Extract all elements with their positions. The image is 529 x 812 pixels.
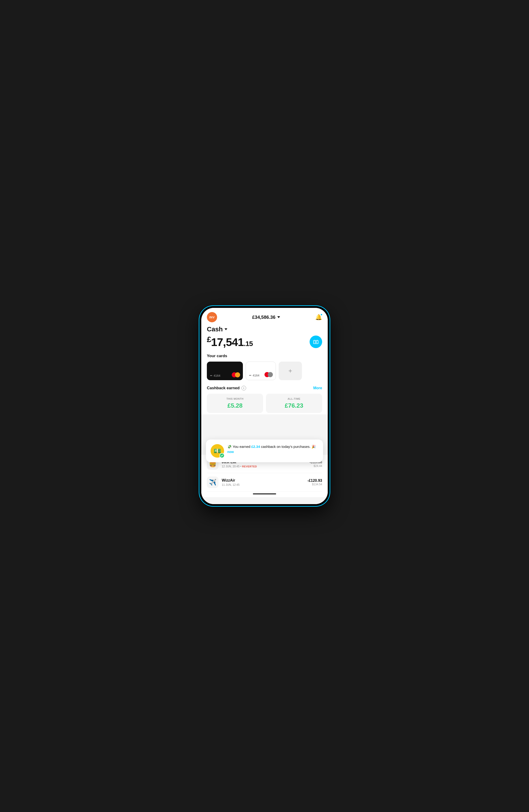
notification-icon-wrapper: 💵: [210, 444, 224, 458]
just-eat-secondary: $24.44: [310, 464, 322, 468]
cashback-title-group: Cashback earned i: [207, 386, 246, 390]
add-card-button[interactable]: +: [279, 362, 302, 380]
add-money-icon: [313, 338, 319, 345]
avatar[interactable]: INV: [207, 312, 217, 322]
this-month-amount: £5.28: [210, 402, 260, 409]
all-time-amount: £76.23: [269, 402, 319, 409]
cashback-more-link[interactable]: More: [313, 386, 322, 390]
wizzair-info: WizzAir 11 JUN, 12:45: [222, 478, 304, 487]
mastercard-logo-white: [265, 372, 273, 377]
card-white-number: ••4164: [249, 374, 260, 377]
notification-check-icon: [219, 453, 224, 458]
wizzair-icon: ✈️: [207, 477, 219, 488]
notification-popup: 💵 💸 You earned £2.34 cashback on today's…: [206, 439, 323, 462]
notification-time: now: [227, 450, 319, 454]
all-time-label: ALL-TIME: [269, 397, 319, 400]
bell-notification-dot: [320, 314, 323, 316]
card-black-number: ••4164: [210, 374, 220, 377]
card-black[interactable]: ••4164: [207, 362, 243, 380]
cashback-cards: THIS MONTH £5.28 ALL-TIME £76.23: [207, 394, 322, 413]
total-balance[interactable]: £34,586.36: [252, 315, 280, 320]
balance-chevron-icon: [277, 316, 280, 318]
mastercard-logo-black: [232, 372, 240, 377]
add-money-button[interactable]: [310, 335, 322, 348]
bell-button[interactable]: 🔔: [315, 314, 322, 320]
wizzair-amounts: -£120.93 $134.54: [308, 479, 322, 486]
notification-message: 💸 You earned £2.34 cashback on today's p…: [227, 444, 319, 449]
add-card-plus-icon: +: [289, 367, 292, 375]
just-eat-date: 12 JUN, 20:45 • REVERTED: [222, 465, 306, 468]
main-content: Cash £17,541.15: [201, 324, 328, 415]
wizzair-date: 11 JUN, 12:45: [222, 483, 304, 487]
this-month-label: THIS MONTH: [210, 397, 260, 400]
account-balance: £17,541.15: [207, 335, 253, 349]
cashback-header: Cashback earned i More: [207, 386, 322, 390]
cashback-all-time: ALL-TIME £76.23: [266, 394, 322, 413]
top-bar: INV £34,586.36 🔔: [201, 308, 328, 324]
home-indicator: [253, 493, 276, 494]
card-white[interactable]: ••4164: [246, 362, 276, 380]
just-eat-status: REVERTED: [242, 465, 257, 468]
phone-frame: INV £34,586.36 🔔 Cash £17,541.15: [200, 306, 329, 506]
wizzair-secondary: $134.54: [308, 483, 322, 486]
cashback-this-month: THIS MONTH £5.28: [207, 394, 263, 413]
notification-text: 💸 You earned £2.34 cashback on today's p…: [227, 444, 319, 454]
phone-screen: INV £34,586.36 🔔 Cash £17,541.15: [201, 308, 328, 504]
balance-row: £17,541.15: [207, 335, 322, 349]
cards-section-title: Your cards: [207, 354, 322, 358]
checkmark-icon: [221, 454, 223, 457]
wizzair-amount: -£120.93: [308, 479, 322, 483]
wizzair-name: WizzAir: [222, 478, 304, 482]
transaction-wizzair[interactable]: ✈️ WizzAir 11 JUN, 12:45 -£120.93 $134.5…: [207, 473, 322, 492]
cashback-info-button[interactable]: i: [241, 386, 246, 390]
account-label[interactable]: Cash: [207, 325, 322, 333]
cards-row: ••4164 ••4164: [207, 362, 322, 380]
account-chevron-icon: [224, 328, 227, 330]
